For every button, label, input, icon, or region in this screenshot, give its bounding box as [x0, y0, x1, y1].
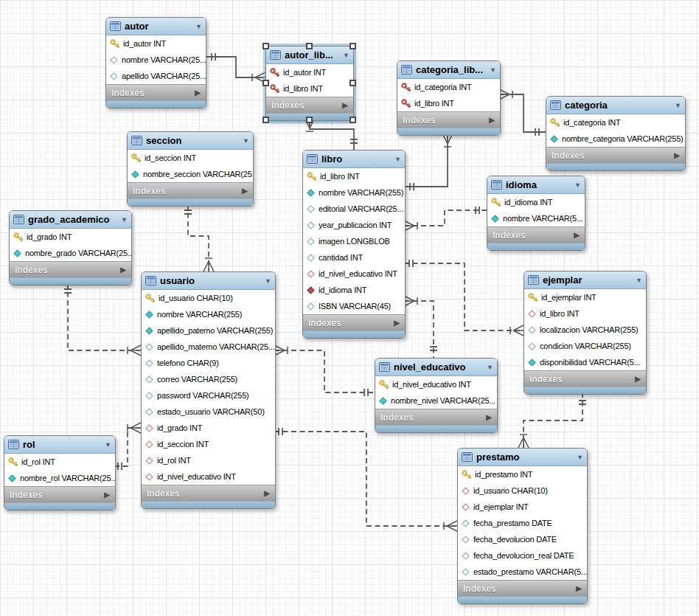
table-header-rol[interactable]: rol▼	[4, 436, 115, 454]
column-row-ejemplar[interactable]: condicion VARCHAR(255)	[524, 338, 646, 354]
column-row-libro[interactable]: nombre VARCHAR(255)	[303, 184, 405, 201]
column-row-categoria_libro[interactable]: id_categoria INT	[397, 79, 500, 95]
column-row-libro[interactable]: id_nivel_educativo INT	[303, 266, 405, 282]
table-header-categoria[interactable]: categoria▼	[546, 97, 685, 114]
relationship-libro-ejemplar[interactable]	[404, 260, 524, 336]
indexes-bar[interactable]: Indexes▶	[10, 261, 131, 277]
column-row-prestamo[interactable]: id_prestamo INT	[458, 466, 587, 482]
expand-arrow-icon[interactable]: ▶	[264, 489, 270, 497]
expand-arrow-icon[interactable]: ▶	[242, 187, 248, 195]
column-row-categoria[interactable]: id_categoria INT	[546, 114, 685, 131]
column-row-libro[interactable]: id_libro INT	[303, 168, 405, 184]
column-row-prestamo[interactable]: id_usuario CHAR(10)	[458, 482, 587, 499]
relationship-rol-usuario[interactable]	[114, 423, 141, 470]
column-row-ejemplar[interactable]: id_ejemplar INT	[524, 289, 646, 305]
table-header-seccion[interactable]: seccion▼	[128, 132, 253, 150]
column-row-libro[interactable]: imagen LONGBLOB	[303, 233, 405, 249]
relationship-libro-nivel_educativo[interactable]	[404, 296, 437, 358]
expand-arrow-icon[interactable]: ▶	[195, 89, 201, 97]
column-row-autor[interactable]: id_autor INT	[106, 35, 206, 52]
column-row-seccion[interactable]: id_seccion INT	[128, 150, 253, 166]
column-row-nivel_educativo[interactable]: id_nivel_educativo INT	[375, 376, 497, 392]
table-header-usuario[interactable]: usuario▼	[142, 272, 275, 290]
column-row-usuario[interactable]: id_grado INT	[142, 420, 275, 436]
column-row-prestamo[interactable]: fecha_devolucion_real DATE	[458, 547, 587, 564]
indexes-bar[interactable]: Indexes▶	[303, 314, 405, 331]
collapse-arrow-icon[interactable]: ▼	[243, 137, 249, 145]
relationship-ejemplar-prestamo[interactable]	[518, 392, 586, 448]
table-autor_libro[interactable]: autor_lib...▼id_autor INTid_libro INTInd…	[265, 46, 354, 121]
indexes-bar[interactable]: Indexes▶	[266, 97, 353, 113]
column-row-libro[interactable]: cantidad INT	[303, 249, 405, 266]
column-row-usuario[interactable]: apellido_paterno VARCHAR(255)	[142, 322, 275, 339]
relationship-usuario-nivel_educativo[interactable]	[274, 345, 375, 396]
selection-handle[interactable]	[350, 43, 356, 49]
table-ejemplar[interactable]: ejemplar▼id_ejemplar INTid_libro INTloca…	[524, 271, 647, 395]
column-row-ejemplar[interactable]: localizacion VARCHAR(255)	[524, 322, 646, 338]
column-row-grado_academico[interactable]: nombre_grado VARCHAR(25...	[10, 245, 131, 261]
relationship-categoria_libro-categoria[interactable]	[499, 89, 546, 136]
indexes-bar[interactable]: Indexes▶	[487, 226, 585, 243]
expand-arrow-icon[interactable]: ▶	[576, 584, 582, 592]
table-grado_academico[interactable]: grado_academico▼id_grado INTnombre_grado…	[9, 210, 132, 285]
column-row-autor[interactable]: nombre VARCHAR(25...	[106, 52, 206, 68]
expand-arrow-icon[interactable]: ▶	[674, 151, 680, 159]
indexes-bar[interactable]: Indexes▶	[106, 84, 206, 100]
table-usuario[interactable]: usuario▼id_usuario CHAR(10)nombre VARCHA…	[141, 271, 276, 509]
column-row-ejemplar[interactable]: disponibilidad VARCHAR(5...	[524, 354, 646, 370]
column-row-autor_libro[interactable]: id_libro INT	[266, 80, 353, 97]
selection-handle[interactable]	[262, 80, 269, 86]
table-header-prestamo[interactable]: prestamo▼	[458, 449, 587, 466]
column-row-libro[interactable]: editorial VARCHAR(25...	[303, 201, 405, 217]
column-row-libro[interactable]: year_publicacion INT	[303, 217, 405, 233]
table-header-nivel_educativo[interactable]: nivel_educativo▼	[375, 359, 497, 376]
indexes-bar[interactable]: Indexes▶	[524, 370, 646, 387]
collapse-arrow-icon[interactable]: ▼	[195, 23, 202, 30]
collapse-arrow-icon[interactable]: ▼	[343, 52, 350, 59]
column-row-usuario[interactable]: nombre VARCHAR(255)	[142, 306, 275, 322]
table-seccion[interactable]: seccion▼id_seccion INTnombre_seccion VAR…	[127, 131, 254, 207]
column-row-usuario[interactable]: correo VARCHAR(255)	[142, 371, 275, 387]
selection-handle[interactable]	[350, 117, 356, 123]
column-row-usuario[interactable]: id_seccion INT	[142, 436, 275, 452]
column-row-prestamo[interactable]: estado_prestamo VARCHAR(5...	[458, 564, 587, 580]
indexes-bar[interactable]: Indexes▶	[546, 147, 685, 163]
table-autor[interactable]: autor▼id_autor INTnombre VARCHAR(25...ap…	[105, 17, 206, 108]
column-row-prestamo[interactable]: id_ejemplar INT	[458, 499, 587, 515]
collapse-arrow-icon[interactable]: ▼	[574, 181, 581, 189]
collapse-arrow-icon[interactable]: ▼	[394, 156, 401, 163]
column-row-rol[interactable]: id_rol INT	[4, 454, 115, 470]
table-categoria_libro[interactable]: categoria_lib...▼id_categoria INTid_libr…	[397, 60, 501, 136]
expand-arrow-icon[interactable]: ▶	[120, 266, 126, 274]
selection-handle[interactable]	[350, 80, 356, 86]
table-header-idioma[interactable]: idioma▼	[487, 176, 585, 194]
expand-arrow-icon[interactable]: ▶	[342, 101, 348, 109]
expand-arrow-icon[interactable]: ▶	[394, 319, 400, 327]
indexes-bar[interactable]: Indexes▶	[397, 111, 500, 128]
collapse-arrow-icon[interactable]: ▼	[490, 66, 496, 74]
selection-handle[interactable]	[262, 43, 269, 49]
indexes-bar[interactable]: Indexes▶	[128, 182, 253, 198]
column-row-categoria_libro[interactable]: id_libro INT	[397, 95, 500, 111]
table-header-libro[interactable]: libro▼	[303, 150, 405, 168]
selection-handle[interactable]	[306, 117, 313, 123]
column-row-idioma[interactable]: nombre VARCHAR(5...	[487, 210, 585, 226]
collapse-arrow-icon[interactable]: ▼	[121, 216, 128, 224]
table-header-autor[interactable]: autor▼	[106, 18, 206, 35]
expand-arrow-icon[interactable]: ▶	[489, 116, 495, 124]
expand-arrow-icon[interactable]: ▶	[486, 413, 492, 421]
expand-arrow-icon[interactable]: ▶	[104, 491, 110, 499]
indexes-bar[interactable]: Indexes▶	[375, 409, 497, 425]
indexes-bar[interactable]: Indexes▶	[458, 580, 587, 596]
table-nivel_educativo[interactable]: nivel_educativo▼id_nivel_educativo INTno…	[375, 358, 498, 433]
column-row-usuario[interactable]: id_nivel_educativo INT	[142, 468, 275, 485]
column-row-usuario[interactable]: id_usuario CHAR(10)	[142, 290, 275, 306]
collapse-arrow-icon[interactable]: ▼	[265, 277, 271, 285]
column-row-libro[interactable]: id_idioma INT	[303, 282, 405, 298]
table-header-autor_libro[interactable]: autor_lib...▼	[266, 46, 353, 64]
expand-arrow-icon[interactable]: ▶	[574, 231, 580, 239]
relationship-autor-autor_libro[interactable]	[205, 53, 265, 83]
table-categoria[interactable]: categoria▼id_categoria INTnombre_categor…	[546, 96, 686, 171]
column-row-usuario[interactable]: estado_usuario VARCHAR(50)	[142, 404, 275, 420]
column-row-autor[interactable]: apellido VARCHAR(25...	[106, 68, 206, 84]
